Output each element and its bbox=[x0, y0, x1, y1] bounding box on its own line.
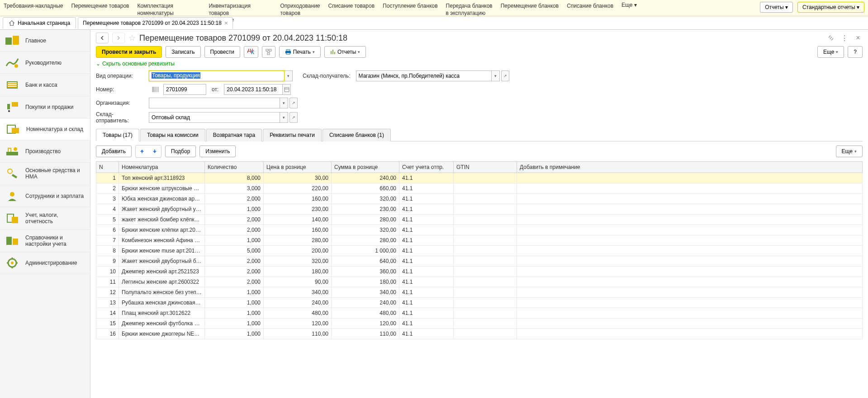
dt-kt-button[interactable]: ДтКт bbox=[244, 46, 258, 58]
table-row[interactable]: 13Рубашка женская джинсовая арт....1,000… bbox=[96, 298, 863, 308]
sidebar-item-2[interactable]: Банк и касса bbox=[0, 74, 90, 96]
structure-button[interactable] bbox=[262, 46, 275, 58]
table-row[interactable]: 5жакет женский бомбер клёпки ар...2,0001… bbox=[96, 215, 863, 225]
col-name[interactable]: Номенклатура bbox=[119, 162, 205, 173]
menu-forms-move[interactable]: Перемещение бланков bbox=[501, 2, 559, 25]
menu-receipt[interactable]: Оприходование товаров bbox=[280, 2, 320, 25]
detail-tab-4[interactable]: Списание бланков (1) bbox=[323, 129, 391, 141]
col-gtin[interactable]: GTIN bbox=[454, 162, 517, 173]
table-row[interactable]: 1Топ женский арт.31189238,00030,00240,00… bbox=[96, 173, 863, 183]
link-icon[interactable] bbox=[826, 33, 835, 42]
sender-open-icon[interactable]: ↗ bbox=[289, 112, 298, 123]
cell-n: 3 bbox=[96, 194, 119, 204]
svg-rect-16 bbox=[12, 217, 18, 223]
detail-tab-3[interactable]: Реквизиты печати bbox=[263, 129, 322, 141]
sidebar-item-9[interactable]: Справочники и настройки учета bbox=[0, 230, 90, 253]
cell-price: 140,00 bbox=[264, 215, 332, 225]
col-acct[interactable]: Счет учета отпр. bbox=[399, 162, 454, 173]
cell-gtin bbox=[454, 256, 517, 267]
table-more-button[interactable]: Еще bbox=[836, 145, 863, 157]
table-row[interactable]: 6Брюки женские клёпки арт.2002...2,00016… bbox=[96, 225, 863, 235]
print-button[interactable]: Печать bbox=[279, 46, 321, 58]
sidebar-item-3[interactable]: Покупки и продажи bbox=[0, 96, 90, 118]
cell-qty: 2,000 bbox=[205, 194, 264, 204]
toolbar-more-button[interactable]: Еще bbox=[817, 46, 844, 58]
col-price[interactable]: Цена в рознице bbox=[264, 162, 332, 173]
cell-name: Джемпер женский футболка овер... bbox=[119, 318, 205, 329]
menu-forms-writeoff[interactable]: Списание бланков bbox=[567, 2, 613, 25]
menu-forms-transfer[interactable]: Передача бланков в эксплуатацию bbox=[446, 2, 493, 25]
table-row[interactable]: 2Брюки женские штруксовые арт....3,00022… bbox=[96, 183, 863, 194]
optype-input[interactable]: Товары, продукция bbox=[149, 70, 285, 81]
sidebar-item-6[interactable]: Основные средства и НМА bbox=[0, 163, 90, 185]
add-row-button[interactable]: Добавить bbox=[96, 145, 132, 157]
close-content-icon[interactable]: × bbox=[854, 33, 863, 42]
items-table[interactable]: N Номенклатура Количество Цена в рознице… bbox=[96, 161, 863, 339]
menu-forms-in[interactable]: Поступление бланков bbox=[383, 2, 438, 25]
close-icon[interactable]: × bbox=[224, 20, 228, 26]
kebab-icon[interactable]: ⋮ bbox=[840, 33, 849, 42]
col-n[interactable]: N bbox=[96, 162, 119, 173]
org-open-icon[interactable]: ↗ bbox=[289, 98, 298, 108]
help-button[interactable]: ? bbox=[848, 46, 863, 58]
toggle-details-link[interactable]: Скрыть основные реквизиты bbox=[96, 61, 175, 67]
table-row[interactable]: 3Юбка женская джинсовая арт.21...2,00016… bbox=[96, 194, 863, 204]
org-input[interactable] bbox=[149, 98, 280, 108]
reports-button[interactable]: Отчеты bbox=[324, 46, 366, 58]
nav-back-button[interactable] bbox=[96, 33, 109, 43]
number-input[interactable] bbox=[163, 84, 206, 95]
col-note[interactable]: Добавить в примечание bbox=[517, 162, 863, 173]
save-button[interactable]: Записать bbox=[166, 46, 200, 58]
sidebar-label: Банк и касса bbox=[25, 82, 57, 88]
from-label: от: bbox=[212, 86, 218, 93]
sidebar-item-7[interactable]: Сотрудники и зарплата bbox=[0, 185, 90, 207]
table-row[interactable]: 9Жакет женский двубортный база ...2,0003… bbox=[96, 256, 863, 267]
sidebar-item-1[interactable]: Руководителю bbox=[0, 52, 90, 74]
sidebar-item-5[interactable]: Производство bbox=[0, 140, 90, 163]
table-row[interactable]: 12Полупальто женское без утеплит...1,000… bbox=[96, 287, 863, 298]
receiver-dropdown-icon[interactable]: ▾ bbox=[492, 70, 500, 81]
sidebar-item-10[interactable]: Администрирование bbox=[0, 252, 90, 274]
table-row[interactable]: 4Жакет женский двубортный укор...1,00023… bbox=[96, 204, 863, 215]
receiver-input[interactable] bbox=[356, 70, 492, 81]
favorite-icon[interactable]: ☆ bbox=[128, 33, 136, 43]
org-dropdown-icon[interactable]: ▾ bbox=[280, 98, 288, 108]
table-row[interactable]: 15Джемпер женский футболка овер...1,0001… bbox=[96, 318, 863, 329]
top-reports-button[interactable]: Отчеты ▾ bbox=[760, 2, 793, 13]
post-button[interactable]: Провести bbox=[204, 46, 240, 58]
table-row[interactable]: 8Брюки женские muse арт.20102225,000200,… bbox=[96, 246, 863, 256]
cell-name: жакет женский бомбер клёпки ар... bbox=[119, 215, 205, 225]
menu-writeoff[interactable]: Списание товаров bbox=[328, 2, 375, 25]
calendar-icon[interactable] bbox=[283, 84, 291, 95]
edit-row-button[interactable]: Изменить bbox=[199, 145, 236, 157]
move-down-button[interactable] bbox=[149, 146, 160, 156]
detail-tab-0[interactable]: Товары (17) bbox=[96, 129, 139, 141]
doc-tab-current[interactable]: Перемещение товаров 2701099 от 20.04.202… bbox=[78, 17, 233, 29]
detail-tab-2[interactable]: Возвратная тара bbox=[206, 129, 262, 141]
table-row[interactable]: 11Леггинсы женские арт.26003222,00090,00… bbox=[96, 277, 863, 287]
pick-button[interactable]: Подбор bbox=[165, 145, 196, 157]
optype-dropdown-icon[interactable]: ▾ bbox=[285, 70, 293, 81]
move-up-button[interactable] bbox=[137, 146, 147, 156]
date-input[interactable] bbox=[224, 84, 283, 95]
table-row[interactable]: 10Джемпер женский арт.25215232,000180,00… bbox=[96, 267, 863, 277]
col-sum[interactable]: Сумма в рознице bbox=[332, 162, 399, 173]
table-row[interactable]: 14Плащ женский арт.30126221,000480,00480… bbox=[96, 308, 863, 318]
sidebar-item-0[interactable]: Главное bbox=[0, 30, 90, 52]
nav-forward-button[interactable] bbox=[112, 33, 125, 43]
sidebar-item-4[interactable]: Номенклатура и склад bbox=[0, 118, 90, 140]
post-and-close-button[interactable]: Провести и закрыть bbox=[96, 46, 162, 58]
cell-note bbox=[517, 225, 863, 235]
sender-input[interactable] bbox=[149, 112, 280, 123]
detail-tab-1[interactable]: Товары на комиссии bbox=[140, 129, 205, 141]
table-row[interactable]: 16Брюки женские джоггеры NEW а...1,00011… bbox=[96, 329, 863, 339]
sender-dropdown-icon[interactable]: ▾ bbox=[280, 112, 288, 123]
table-row[interactable]: 7Комбинезон женский Афина арт....1,00028… bbox=[96, 235, 863, 246]
home-tab[interactable]: Начальная страница bbox=[3, 17, 76, 28]
receiver-open-icon[interactable]: ↗ bbox=[501, 70, 509, 81]
top-menu-more[interactable]: Еще ▾ bbox=[621, 2, 637, 25]
sidebar-item-8[interactable]: Учет, налоги, отчетность bbox=[0, 207, 90, 230]
top-standard-reports-button[interactable]: Стандартные отчеты ▾ bbox=[797, 2, 864, 13]
barcode-icon[interactable] bbox=[152, 85, 160, 94]
col-qty[interactable]: Количество bbox=[205, 162, 264, 173]
